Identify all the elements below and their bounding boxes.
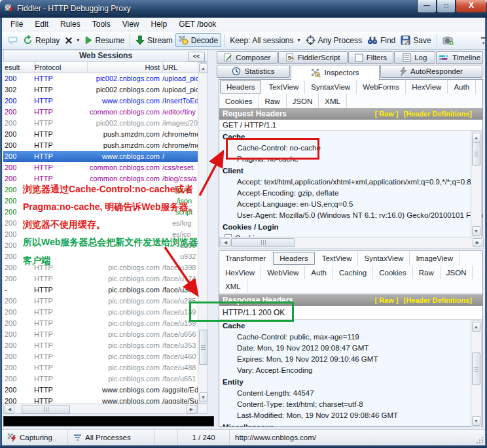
quickexec-input[interactable]: [3, 416, 214, 426]
sessions-hscrollbar[interactable]: ◀ ▶: [3, 404, 198, 414]
request-hscrollbar[interactable]: ◀ ▶: [219, 237, 484, 249]
capturing-indicator[interactable]: Capturing: [2, 430, 68, 445]
header-item[interactable]: Vary: Accept-Encoding: [219, 365, 482, 376]
response-tab-hexview[interactable]: HexView: [219, 266, 261, 279]
request-tab-xml[interactable]: XML: [319, 94, 347, 108]
header-item[interactable]: Content-Length: 44547: [219, 388, 482, 399]
response-tab-imageview[interactable]: ImageView: [410, 251, 460, 266]
menu-get-book[interactable]: GET /book: [173, 18, 222, 30]
table-row[interactable]: 200HTTPwww.cnblogs.com/aggsite/Su: [3, 396, 198, 404]
table-row[interactable]: 200HTTPpush.smzdm.com/chrome/me: [3, 129, 198, 140]
header-definitions-link[interactable]: [Header Definitions]: [403, 296, 472, 304]
table-row[interactable]: 200HTTPcommon.cnblogs.com/editor/tiny: [3, 107, 198, 118]
column-url[interactable]: URL: [160, 62, 200, 73]
header-item[interactable]: Date: Mon, 19 Nov 2012 09:08:47 GMT: [219, 343, 482, 354]
response-tab-caching[interactable]: Caching: [333, 266, 373, 279]
response-tab-xml[interactable]: XML: [219, 279, 247, 293]
table-row[interactable]: 200HTTPcommon.cnblogs.com/blog/css/a: [3, 173, 198, 184]
header-item[interactable]: Last-Modified: Mon, 19 Nov 2012 09:08:46…: [219, 410, 482, 421]
sessions-vscrollbar[interactable]: ▲ ▼: [198, 62, 207, 404]
response-tab-json[interactable]: JSON: [441, 266, 473, 279]
scroll-down-arrow[interactable]: ▼: [472, 226, 480, 236]
response-tab-headers[interactable]: Headers: [273, 252, 314, 265]
header-item[interactable]: Cache-Control: public, max-age=119: [219, 332, 482, 343]
find-button[interactable]: Find: [365, 35, 398, 46]
scroll-left-arrow[interactable]: ◀: [5, 405, 14, 414]
scroll-up-arrow[interactable]: ▲: [199, 63, 207, 73]
title-bar[interactable]: Fiddler - HTTP Debugging Proxy — □ X: [0, 0, 487, 18]
response-tab-auth[interactable]: Auth: [305, 266, 333, 279]
table-row[interactable]: 200HTTPpic002.cnblogs.com/images/20: [3, 118, 198, 129]
scroll-thumb[interactable]: [472, 353, 480, 385]
scroll-thumb[interactable]: [22, 405, 70, 414]
header-item[interactable]: Content-Type: text/html; charset=utf-8: [219, 399, 482, 410]
scroll-up-arrow[interactable]: ▲: [472, 133, 480, 143]
resize-grip[interactable]: [476, 436, 484, 444]
column-result[interactable]: esult: [3, 62, 35, 73]
save-button[interactable]: Save: [398, 34, 433, 46]
tab-statistics[interactable]: Statistics: [217, 65, 290, 78]
request-vscrollbar[interactable]: ▲ ▼: [471, 131, 482, 237]
stream-button[interactable]: Stream: [133, 34, 175, 46]
request-tab-raw[interactable]: Raw: [259, 94, 287, 108]
resume-button[interactable]: Resume: [82, 35, 127, 46]
tab-log[interactable]: Log: [394, 51, 435, 64]
header-item[interactable]: Accept: text/html,application/xhtml+xml,…: [219, 177, 482, 188]
keep-sessions-dropdown[interactable]: Keep: All sessions▾: [227, 35, 302, 46]
table-row[interactable]: 200HTTPpush.smzdm.com/chrome/me: [3, 140, 198, 151]
header-item[interactable]: Accept-Encoding: gzip, deflate: [219, 188, 482, 199]
request-tab-hexview[interactable]: HexView: [406, 80, 448, 94]
table-row[interactable]: 200HTTPwww.cnblogs.com/: [3, 151, 198, 162]
response-tab-transformer[interactable]: Transformer: [219, 251, 272, 266]
table-row[interactable]: 200HTTPpic.cnblogs.com/face/u488: [3, 362, 198, 373]
table-row[interactable]: 200HTTPpic.cnblogs.com/face/u285: [3, 296, 198, 307]
close-button[interactable]: X: [456, 0, 487, 13]
scroll-right-arrow[interactable]: ▶: [187, 405, 196, 414]
table-row[interactable]: 200HTTPwww.cnblogs.com/aggsite/Ed: [3, 385, 198, 396]
tab-autoresponder[interactable]: AutoResponder: [380, 65, 482, 78]
tab-inspectors[interactable]: Inspectors: [291, 65, 380, 80]
table-row[interactable]: 200HTTPpic.cnblogs.com/face/u139: [3, 307, 198, 318]
tab-filters[interactable]: Filters: [348, 51, 394, 64]
menu-file[interactable]: File: [5, 18, 29, 30]
screenshot-button[interactable]: [440, 34, 456, 46]
request-tab-cookies[interactable]: Cookies: [219, 94, 259, 108]
header-definitions-link[interactable]: [Header Definitions]: [403, 110, 472, 118]
comment-button[interactable]: [5, 34, 20, 46]
scroll-up-arrow[interactable]: ▲: [472, 322, 480, 332]
table-row[interactable]: -HTTPpic.cnblogs.com/face/u380: [3, 284, 198, 296]
response-tab-cookies[interactable]: Cookies: [373, 266, 413, 279]
header-item[interactable]: User-Agent: Mozilla/5.0 (Windows NT 6.1;…: [219, 210, 482, 221]
scroll-down-arrow[interactable]: ▼: [472, 416, 480, 426]
scroll-down-arrow[interactable]: ▼: [199, 392, 207, 402]
column-host[interactable]: Host: [86, 62, 163, 73]
minimize-button[interactable]: —: [417, 0, 437, 13]
menu-help[interactable]: Help: [145, 18, 173, 30]
any-process-button[interactable]: Any Process: [303, 34, 365, 46]
menu-edit[interactable]: Edit: [29, 18, 54, 30]
table-row[interactable]: 200HTTPpic.cnblogs.com/face/u353: [3, 340, 198, 351]
table-row[interactable]: 302HTTPpic002.cnblogs.com/upload_pic: [3, 84, 198, 95]
raw-link[interactable]: [ Raw ]: [374, 110, 398, 118]
scroll-thumb[interactable]: [199, 330, 207, 365]
request-tab-syntaxview[interactable]: SyntaxView: [305, 80, 357, 94]
decode-toggle-button[interactable]: Decode: [175, 33, 221, 47]
column-protocol[interactable]: Protocol: [33, 62, 88, 73]
request-tab-textview[interactable]: TextView: [262, 80, 305, 94]
scroll-right-arrow[interactable]: ▶: [473, 238, 482, 247]
raw-link[interactable]: [ Raw ]: [374, 296, 398, 304]
table-row[interactable]: 200HTTPwww.cnblogs.com/InsertToEd: [3, 95, 198, 107]
request-tab-auth[interactable]: Auth: [448, 80, 476, 94]
scroll-left-arrow[interactable]: ◀: [221, 238, 230, 247]
table-row[interactable]: 200HTTPpic.cnblogs.com/face/u460: [3, 351, 198, 362]
tab-timeline[interactable]: Timeline: [436, 51, 483, 64]
tab-composer[interactable]: Composer: [217, 51, 278, 64]
replay-button[interactable]: Replay: [20, 34, 62, 46]
table-row[interactable]: 200HTTPpic.cnblogs.com/face/u656: [3, 329, 198, 340]
table-row[interactable]: 200HTTPpic.cnblogs.com/face/u174: [3, 273, 198, 284]
scroll-thumb[interactable]: [472, 142, 480, 165]
header-group-entity[interactable]: Entity: [219, 376, 482, 388]
menu-tools[interactable]: Tools: [86, 18, 117, 30]
request-tab-headers[interactable]: Headers: [220, 80, 261, 94]
response-tab-textview[interactable]: TextView: [316, 251, 359, 266]
